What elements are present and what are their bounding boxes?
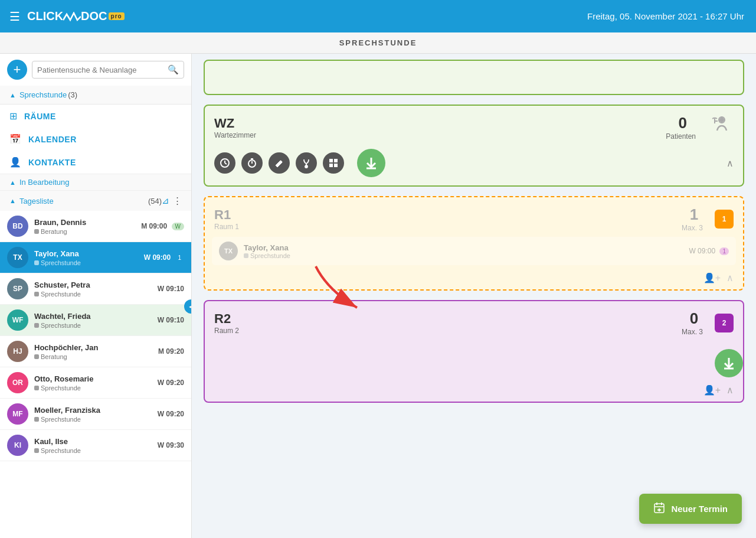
room-waiting-icon	[708, 114, 730, 141]
avatar: KI	[7, 435, 28, 456]
svg-point-0	[719, 118, 724, 122]
search-input[interactable]	[37, 66, 168, 74]
patient-name: Wachtel, Frieda	[34, 312, 158, 321]
svg-rect-13	[334, 159, 338, 162]
kalender-icon: 📅	[9, 133, 21, 145]
tagesliste-icons: ⊿ ⋮	[162, 195, 182, 206]
room-card-wz: WZ Wartezimmer 0 Patienten	[204, 105, 744, 187]
room-card-r2: R2 Raum 2 0 Max. 3 2	[204, 300, 744, 403]
patient-tag: Sprechstunde	[34, 291, 158, 298]
r1-collapse-btn[interactable]: ∧	[726, 272, 734, 283]
header-datetime: Freitag, 05. November 2021 - 16:27 Uhr	[587, 11, 744, 21]
timer-action-btn[interactable]	[241, 152, 263, 174]
patient-tag: Beratung	[34, 228, 141, 235]
patient-item[interactable]: WF Wachtel, Frieda Sprechstunde W 09:10	[0, 305, 191, 336]
wz-collapse-btn[interactable]: ∧	[726, 158, 734, 169]
sprechstunde-count: (3)	[68, 90, 77, 99]
subtitle-text: SPRECHSTUNDE	[339, 38, 417, 47]
patient-gender: W 09:20	[158, 379, 184, 387]
sprechstunde-section[interactable]: ▲ Sprechstunde (3)	[0, 86, 191, 104]
patient-gender: M 09:00	[141, 222, 167, 230]
tagesliste-count: (54)	[148, 197, 162, 206]
patient-tag: Sprechstunde	[34, 416, 158, 423]
tagesliste-label: Tagesliste	[19, 197, 148, 206]
room-patient-badge: 1	[719, 247, 729, 255]
patient-item[interactable]: BD Braun, Dennis Beratung M 09:00 W	[0, 211, 191, 242]
tag-dot	[34, 260, 39, 265]
room-code: R1	[214, 207, 235, 223]
avatar: HJ	[7, 341, 28, 362]
room-header-r2: R2 Raum 2 0 Max. 3 2	[205, 301, 743, 341]
room-count: 0	[666, 114, 699, 132]
room-patient-name: Taylor, Xana	[244, 243, 689, 252]
menu-icon[interactable]: ☰	[9, 9, 20, 24]
avatar: BD	[7, 216, 28, 237]
sidebar: + 🔍 ▲ Sprechstunde (3) ⊞ RÄUME 📅 KALENDE…	[0, 54, 192, 538]
new-appointment-button[interactable]: Neuer Termin	[639, 494, 742, 524]
patient-badge: 1	[175, 254, 184, 262]
room-badge-r1: 1	[715, 210, 734, 229]
patient-item[interactable]: SP Schuster, Petra Sprechstunde W 09:10	[0, 273, 191, 305]
r2-actions	[205, 341, 743, 382]
grid-action-btn[interactable]	[323, 152, 344, 174]
tag-label: Sprechstunde	[41, 447, 81, 454]
room-count: 1	[682, 206, 706, 224]
tag-label: Sprechstunde	[41, 259, 81, 266]
download-btn-wz[interactable]	[357, 149, 385, 177]
add-patient-button[interactable]: +	[7, 60, 27, 80]
room-info: WZ Wartezimmer	[214, 116, 256, 139]
nav-raume[interactable]: ⊞ RÄUME	[0, 105, 191, 128]
new-appointment-icon	[653, 502, 665, 516]
logo-text: CLICKDOC	[27, 9, 107, 23]
kontakte-icon: 👤	[9, 156, 21, 168]
clock-action-btn[interactable]	[214, 152, 235, 174]
download-btn-r2[interactable]	[715, 349, 743, 377]
nav-section: ⊞ RÄUME 📅 KALENDER 👤 KONTAKTE	[0, 104, 191, 174]
more-icon[interactable]: ⋮	[173, 195, 182, 206]
room-count-label: Patienten	[666, 132, 696, 141]
avatar: WF	[7, 309, 28, 331]
pen-action-btn[interactable]	[269, 152, 290, 174]
room-info: R1 Raum 1	[214, 207, 239, 231]
patient-meta: W 09:10	[158, 316, 184, 324]
room-code: WZ	[214, 116, 253, 131]
patient-item[interactable]: HJ Hochpöchler, Jan Beratung M 09:20	[0, 336, 191, 367]
raume-label: RÄUME	[24, 112, 56, 121]
room-patient-info: Taylor, Xana Sprechstunde	[244, 243, 689, 259]
patient-item[interactable]: KI Kaul, Ilse Sprechstunde W 09:30	[0, 430, 191, 461]
r2-collapse-btn[interactable]: ∧	[726, 384, 734, 396]
filter-icon[interactable]: ⊿	[162, 195, 169, 206]
patient-name: Kaul, Ilse	[34, 437, 158, 446]
room-patient-item[interactable]: TX Taylor, Xana Sprechstunde W 09:00 1	[212, 237, 736, 265]
patient-item[interactable]: MF Moeller, Franziska Sprechstunde W 09:…	[0, 399, 191, 430]
patient-item[interactable]: TX Taylor, Xana Sprechstunde W 09:00 1	[0, 242, 191, 273]
sprechstunde-arrow: ▲	[9, 92, 16, 99]
main-layout: + 🔍 ▲ Sprechstunde (3) ⊞ RÄUME 📅 KALENDE…	[0, 54, 756, 538]
person-add-icon[interactable]: 👤+	[703, 272, 721, 283]
tag-dot	[34, 386, 39, 390]
nav-kalender[interactable]: 📅 KALENDER	[0, 128, 191, 151]
person-add-icon[interactable]: 👤+	[703, 384, 721, 396]
tag-label: Sprechstunde	[41, 384, 81, 392]
subtitle-bar: SPRECHSTUNDE	[0, 32, 756, 54]
avatar: MF	[7, 403, 28, 425]
room-patient-meta: W 09:00 1	[689, 247, 729, 255]
patient-name: Taylor, Xana	[34, 249, 144, 258]
room-header-wz: WZ Wartezimmer 0 Patienten	[205, 106, 743, 145]
patient-item[interactable]: OR Otto, Rosemarie Sprechstunde W 09:20	[0, 367, 191, 399]
patient-gender: W 09:00	[144, 253, 171, 262]
app-header: ☰ CLICKDOC pro Freitag, 05. November 202…	[0, 0, 756, 32]
room-card-top-partial	[204, 60, 744, 95]
room-count-label: Max. 3	[682, 224, 703, 232]
patient-name: Schuster, Petra	[34, 281, 158, 289]
patient-meta: W 09:00 1	[144, 253, 184, 262]
patient-info: Hochpöchler, Jan Beratung	[34, 343, 158, 360]
svg-line-6	[225, 163, 227, 164]
in-bearbeitung-section[interactable]: ▲ In Bearbeitung	[0, 174, 191, 191]
nav-kontakte[interactable]: 👤 KONTAKTE	[0, 151, 191, 174]
avatar: SP	[7, 278, 28, 299]
search-box: 🔍	[32, 61, 184, 79]
stethoscope-action-btn[interactable]	[296, 152, 317, 174]
tag-label: Sprechstunde	[41, 416, 81, 423]
patient-gender: W 09:10	[158, 316, 184, 324]
